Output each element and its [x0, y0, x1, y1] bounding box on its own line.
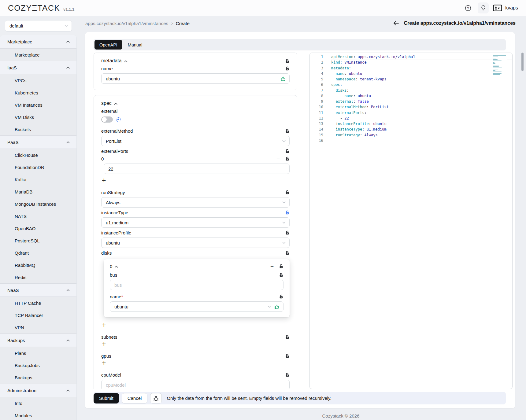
scrollbar-thumb[interactable] [521, 53, 524, 71]
remove-disk-button[interactable]: − [270, 264, 274, 269]
subnets-label: subnets [101, 334, 117, 340]
breadcrumb-path[interactable]: apps.cozystack.io/v1alpha1/vminstances [85, 21, 168, 26]
instanceType-select[interactable]: u1.medium [101, 217, 290, 228]
editor-line[interactable]: 11 externalPorts: [310, 110, 512, 116]
reset-default-icon[interactable] [116, 117, 121, 122]
add-disk-button[interactable]: + [102, 321, 106, 329]
sidebar-section-paas[interactable]: PaaS [0, 135, 76, 149]
editor-line[interactable]: 13 instanceProfile: ubuntu [310, 121, 512, 127]
tab-manual[interactable]: Manual [123, 40, 147, 50]
unlock-icon[interactable] [285, 190, 290, 195]
bus-input[interactable] [110, 280, 283, 290]
tab-openapi[interactable]: OpenAPI [94, 40, 122, 50]
unlock-icon[interactable] [285, 66, 290, 71]
editor-line[interactable]: 15 runStrategy: Always [310, 132, 512, 138]
externalMethod-select[interactable]: PortList [101, 136, 290, 146]
add-externalPort-button[interactable]: + [102, 177, 106, 184]
lock-icon[interactable] [285, 210, 290, 215]
sidebar-section-naas[interactable]: NaaS [0, 283, 76, 297]
unlock-icon[interactable] [285, 335, 290, 339]
sidebar-item-redis[interactable]: Redis [0, 271, 76, 283]
unlock-icon[interactable] [285, 129, 290, 133]
sidebar-item-rabbitmq[interactable]: RabbitMQ [0, 259, 76, 271]
sidebar-item-openbao[interactable]: OpenBAO [0, 222, 76, 234]
add-subnet-button[interactable]: + [102, 340, 106, 348]
chevron-down-icon [282, 222, 286, 224]
sidebar-item-modules[interactable]: Modules [0, 409, 76, 420]
externalPorts-item-input[interactable] [104, 164, 290, 174]
sidebar-section-backups[interactable]: Backups [0, 333, 76, 347]
sidebar-item-clickhouse[interactable]: ClickHouse [0, 149, 76, 161]
sidebar-item-plans[interactable]: Plans [0, 347, 76, 359]
sidebar-item-mariadb[interactable]: MariaDB [0, 186, 76, 198]
help-button[interactable] [462, 2, 473, 13]
editor-line[interactable]: 6spec: [310, 82, 512, 87]
sidebar-item-backupjobs[interactable]: BackupJobs [0, 359, 76, 371]
sidebar-item-vm-instances[interactable]: VM Instances [0, 99, 76, 111]
cpuModel-input[interactable] [101, 380, 290, 389]
sidebar-item-buckets[interactable]: Buckets [0, 123, 76, 135]
sidebar-item-marketplace[interactable]: Marketplace [0, 49, 76, 61]
editor-line[interactable]: 2kind: VMInstance [310, 60, 512, 65]
unlock-icon[interactable] [285, 251, 290, 255]
yaml-editor[interactable]: 1apiVersion: apps.cozystack.io/v1alpha12… [309, 53, 513, 389]
add-gpu-button[interactable]: + [102, 359, 106, 367]
disk-item-header[interactable]: 0 [110, 264, 118, 269]
sidebar-item-vpn[interactable]: VPN [0, 321, 76, 333]
editor-line[interactable]: 8 - name: ubuntu [310, 93, 512, 99]
editor-line[interactable]: 9 external: false [310, 99, 512, 104]
editor-line[interactable]: 5 namespace: tenant-kvaps [310, 76, 512, 82]
unlock-icon[interactable] [285, 149, 290, 153]
name-input[interactable] [101, 73, 290, 84]
editor-line[interactable]: 3metadata: [310, 65, 512, 71]
external-toggle[interactable] [101, 116, 113, 123]
sidebar-item-vpcs[interactable]: VPCs [0, 74, 76, 87]
sidebar-item-info[interactable]: Info [0, 397, 76, 409]
instanceProfile-select[interactable]: ubuntu [101, 238, 290, 248]
sidebar-item-qdrant[interactable]: Qdrant [0, 247, 76, 259]
unlock-icon[interactable] [285, 59, 290, 63]
spec-section-header[interactable]: spec [101, 101, 117, 106]
remove-item-button[interactable]: − [276, 157, 280, 161]
unlock-icon[interactable] [285, 373, 290, 377]
editor-line[interactable]: 4 name: ubuntu [310, 71, 512, 76]
editor-line[interactable]: 16 [310, 138, 512, 143]
theme-button[interactable] [478, 2, 489, 13]
editor-line[interactable]: 10 externalMethod: PortList [310, 104, 512, 110]
sidebar-item-backups[interactable]: Backups [0, 371, 76, 384]
sidebar-item-kafka[interactable]: Kafka [0, 173, 76, 186]
sidebar-item-tcp-balancer[interactable]: TCP Balancer [0, 309, 76, 321]
sidebar-section-iaas[interactable]: IaaS [0, 61, 76, 74]
editor-line[interactable]: 12 - 22 [310, 116, 512, 121]
sidebar-section-administration[interactable]: Administration [0, 384, 76, 397]
unlock-icon[interactable] [285, 230, 290, 235]
unlock-icon[interactable] [285, 354, 290, 358]
disk-name-select[interactable]: ubuntu [110, 301, 283, 312]
editor-line[interactable]: 7 disks: [310, 88, 512, 93]
editor-line[interactable]: 1apiVersion: apps.cozystack.io/v1alpha1 [310, 54, 512, 60]
sidebar-item-kubernetes[interactable]: Kubernetes [0, 87, 76, 99]
editor-line[interactable]: 14 instanceType: u1.medium [310, 127, 512, 132]
sidebar-item-postgresql[interactable]: PostgreSQL [0, 234, 76, 247]
spec-card: spec external externalMethod PortList [94, 95, 297, 389]
sidebar-item-mongodb-instances[interactable]: MongoDB Instances [0, 198, 76, 210]
debug-button[interactable] [150, 393, 162, 403]
sidebar-section-marketplace[interactable]: Marketplace [0, 35, 76, 49]
sidebar-item-vm-disks[interactable]: VM Disks [0, 111, 76, 123]
line-number: 3 [310, 65, 323, 71]
user-menu[interactable]: kvaps [493, 4, 518, 12]
submit-button[interactable]: Submit [94, 393, 119, 403]
back-arrow-icon[interactable] [393, 20, 399, 27]
editor-minimap[interactable] [493, 54, 507, 77]
unlock-icon[interactable] [279, 264, 283, 269]
sidebar-item-http-cache[interactable]: HTTP Cache [0, 297, 76, 309]
project-selector[interactable]: default [5, 20, 72, 31]
sidebar-item-nats[interactable]: NATS [0, 210, 76, 222]
cancel-button[interactable]: Cancel [122, 393, 148, 403]
sidebar-item-foundationdb[interactable]: FoundationDB [0, 161, 76, 173]
metadata-section-header[interactable]: metadata [101, 58, 128, 64]
unlock-icon[interactable] [279, 273, 283, 277]
unlock-icon[interactable] [285, 157, 290, 161]
unlock-icon[interactable] [279, 294, 283, 299]
runStrategy-select[interactable]: Always [101, 197, 290, 208]
